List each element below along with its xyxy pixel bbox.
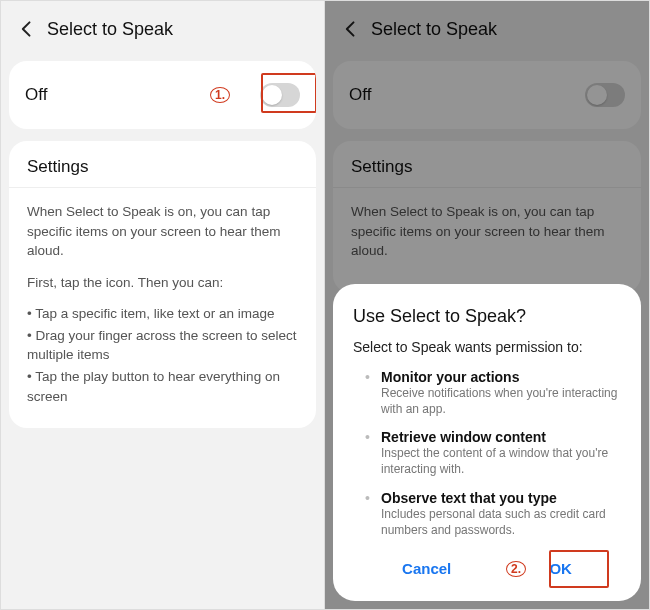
settings-heading: Settings	[9, 141, 316, 188]
desc-bullet: • Tap the play button to hear everything…	[27, 367, 298, 406]
dialog-title: Use Select to Speak?	[353, 306, 621, 327]
pane-right: Select to Speak Off Settings When Select…	[325, 1, 649, 609]
toggle-switch[interactable]	[260, 83, 300, 107]
dialog-subtitle: Select to Speak wants permission to:	[353, 339, 621, 355]
permission-list: Monitor your actions Receive notificatio…	[353, 369, 621, 538]
desc-paragraph-2: First, tap the icon. Then you can:	[27, 273, 298, 293]
permission-desc: Inspect the content of a window that you…	[381, 445, 621, 477]
desc-bullet: • Drag your finger across the screen to …	[27, 326, 298, 365]
header-bar: Select to Speak	[1, 1, 324, 57]
settings-description: When Select to Speak is on, you can tap …	[9, 188, 316, 428]
permission-item: Monitor your actions Receive notificatio…	[367, 369, 621, 417]
callout-2-number: 2.	[511, 562, 521, 576]
permission-dialog: Use Select to Speak? Select to Speak wan…	[333, 284, 641, 601]
toggle-row[interactable]: Off 1.	[9, 61, 316, 129]
callout-1-number: 1.	[215, 88, 225, 102]
toggle-card: Off 1.	[9, 61, 316, 129]
permission-title: Observe text that you type	[381, 490, 621, 506]
permission-desc: Receive notifications when you're intera…	[381, 385, 621, 417]
pane-left: Select to Speak Off 1. Settings When Sel…	[1, 1, 325, 609]
ok-button[interactable]: OK	[525, 550, 596, 587]
dialog-actions: Cancel OK 2.	[353, 550, 621, 587]
permission-title: Monitor your actions	[381, 369, 621, 385]
permission-item: Retrieve window content Inspect the cont…	[367, 429, 621, 477]
back-icon[interactable]	[9, 11, 45, 47]
desc-bullet: • Tap a specific item, like text or an i…	[27, 304, 298, 324]
permission-item: Observe text that you type Includes pers…	[367, 490, 621, 538]
desc-paragraph-1: When Select to Speak is on, you can tap …	[27, 202, 298, 261]
settings-card: Settings When Select to Speak is on, you…	[9, 141, 316, 428]
page-title: Select to Speak	[47, 19, 173, 40]
permission-desc: Includes personal data such as credit ca…	[381, 506, 621, 538]
cancel-button[interactable]: Cancel	[378, 550, 475, 587]
permission-title: Retrieve window content	[381, 429, 621, 445]
toggle-label: Off	[25, 85, 47, 105]
